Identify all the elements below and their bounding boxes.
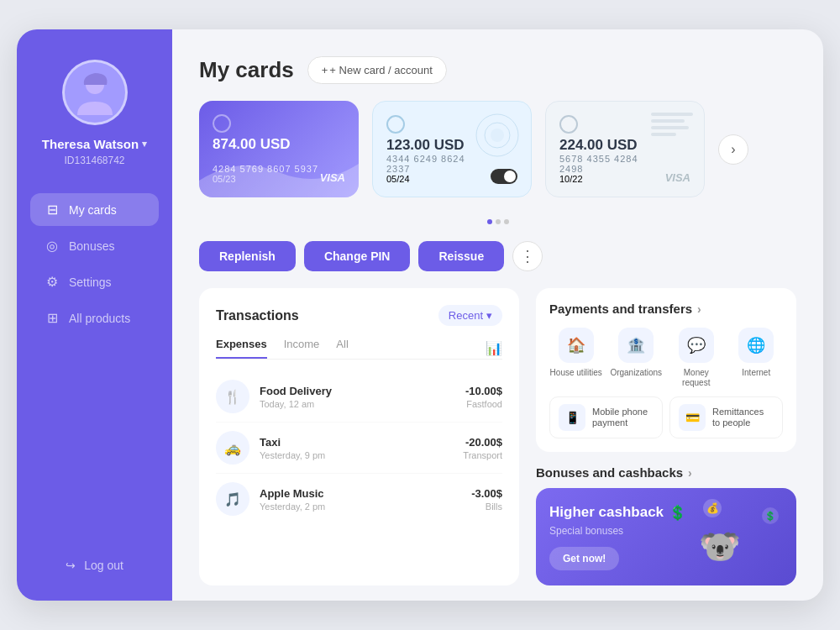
tx-amount-food: -10.00$ (465, 385, 502, 397)
cards-icon: ⊟ (44, 202, 60, 218)
transaction-item: 🚕 Taxi Yesterday, 9 pm -20.00$ Transport (216, 423, 502, 474)
card-logo-2 (386, 115, 405, 134)
dot-2 (496, 219, 501, 224)
logout-button[interactable]: ↪ Log out (39, 550, 150, 580)
coin-2: 💲 (762, 507, 779, 524)
bonuses-icon: ◎ (44, 238, 60, 254)
tab-income[interactable]: Income (284, 338, 320, 359)
reissue-button[interactable]: Reissue (418, 241, 504, 271)
tx-icon-food: 🍴 (216, 380, 249, 413)
get-now-button[interactable]: Get now! (549, 547, 619, 570)
cashback-title: Higher cashback 💲 (549, 504, 686, 522)
nav-menu: ⊟ My cards ◎ Bonuses ⚙ Settings ⊞ All pr… (17, 193, 172, 550)
payment-row: 📱 Mobile phone payment 💳 Remittances to … (549, 396, 783, 438)
card-logo-3 (559, 115, 578, 134)
payment-house-utilities[interactable]: 🏠 House utilities (549, 328, 603, 388)
payment-money-request[interactable]: 💬 Money request (669, 328, 723, 388)
tx-category-music: Bills (471, 501, 502, 512)
avatar (62, 60, 128, 125)
money-request-icon: 💬 (679, 328, 714, 363)
payments-section: Payments and transfers › 🏠 House utiliti… (536, 288, 796, 452)
logout-icon: ↪ (66, 559, 76, 572)
tx-date-food: Today, 12 am (260, 399, 455, 409)
tx-name-food: Food Delivery (260, 385, 455, 397)
payment-grid: 🏠 House utilities 🏦 Organizations 💬 Mone… (549, 328, 783, 388)
tx-category-food: Fastfood (465, 399, 502, 409)
tab-all[interactable]: All (336, 338, 348, 359)
change-pin-button[interactable]: Change PIN (304, 241, 411, 271)
sidebar-item-bonuses[interactable]: ◎ Bonuses (30, 229, 159, 262)
payment-label: Internet (742, 368, 770, 378)
tx-amount-music: -3.00$ (471, 487, 502, 500)
tx-category-taxi: Transport (463, 450, 502, 460)
payment-remittances[interactable]: 💳 Remittances to people (669, 396, 783, 438)
replenish-button[interactable]: Replenish (199, 241, 296, 271)
card-1[interactable]: 874.00 USD 4284 5769 8607 5937 05/23 VIS… (199, 101, 359, 197)
tx-date-taxi: Yesterday, 9 pm (260, 450, 453, 460)
internet-icon: 🌐 (738, 328, 774, 363)
card-2[interactable]: 123.00 USD 4344 6249 8624 2337 05/24 (372, 101, 532, 197)
two-col-section: Transactions Recent ▾ Expenses Income Al… (199, 288, 796, 585)
dropdown-chevron-icon: ▾ (486, 309, 492, 322)
payment-internet[interactable]: 🌐 Internet (730, 328, 784, 388)
sidebar-item-settings[interactable]: ⚙ Settings (30, 265, 159, 298)
tx-icon-taxi: 🚕 (216, 431, 249, 465)
new-card-button[interactable]: + + New card / account (307, 56, 447, 84)
app-wrapper: Theresa Watson ▾ ID131468742 ⊟ My cards … (17, 29, 823, 601)
cashback-illustration: 💰 💲 🐨 (699, 503, 783, 570)
card-brand-3: VISA (665, 171, 690, 184)
page-title: My cards (199, 57, 294, 83)
svg-rect-5 (651, 113, 693, 116)
tx-amount-taxi: -20.00$ (463, 436, 502, 449)
tx-name-music: Apple Music (260, 487, 461, 500)
sidebar-item-my-cards[interactable]: ⊟ My cards (30, 193, 159, 226)
payment-label: Organizations (610, 368, 662, 378)
recent-dropdown[interactable]: Recent ▾ (438, 305, 502, 326)
payments-title: Payments and transfers › (549, 302, 783, 316)
sidebar: Theresa Watson ▾ ID131468742 ⊟ My cards … (17, 29, 172, 601)
tab-expenses[interactable]: Expenses (216, 338, 267, 359)
card-toggle[interactable] (491, 169, 517, 184)
tx-name-taxi: Taxi (260, 436, 453, 449)
bonuses-arrow-icon: › (688, 466, 692, 480)
grid-icon: ⊞ (44, 310, 60, 326)
payment-label: House utilities (550, 368, 602, 378)
next-card-button[interactable]: › (718, 134, 748, 165)
user-name[interactable]: Theresa Watson ▾ (42, 137, 147, 151)
bonuses-section: Bonuses and cashbacks › Higher cashback … (536, 465, 796, 585)
koala-emoji: 🐨 (699, 527, 741, 566)
arrow-icon: › (697, 302, 701, 316)
cards-row: 874.00 USD 4284 5769 8607 5937 05/23 VIS… (199, 101, 796, 197)
transactions-panel: Transactions Recent ▾ Expenses Income Al… (199, 288, 519, 585)
svg-point-4 (491, 129, 504, 142)
card-number-3: 5678 4355 4284 2498 (559, 154, 665, 174)
main-content: My cards + + New card / account 874.00 U… (172, 29, 823, 601)
house-icon: 🏠 (559, 328, 594, 363)
card-3[interactable]: 224.00 USD 5678 4355 4284 2498 10/22 (545, 101, 705, 197)
right-panel: Payments and transfers › 🏠 House utiliti… (536, 288, 796, 585)
card-expiry-2: 05/24 (386, 174, 491, 184)
dollar-icon: 💲 (669, 504, 686, 522)
bonuses-title: Bonuses and cashbacks › (536, 465, 796, 480)
svg-rect-8 (651, 133, 676, 136)
dot-3 (504, 219, 509, 224)
settings-icon: ⚙ (44, 274, 60, 290)
mobile-icon: 📱 (559, 404, 585, 431)
org-icon: 🏦 (618, 328, 654, 363)
payment-mobile[interactable]: 📱 Mobile phone payment (549, 396, 663, 438)
card-expiry-3: 10/22 (559, 174, 665, 184)
tx-date-music: Yesterday, 2 pm (260, 501, 461, 512)
transactions-title: Transactions (216, 308, 299, 323)
sidebar-item-all-products[interactable]: ⊞ All products (30, 302, 159, 334)
remittance-icon: 💳 (679, 404, 706, 431)
action-buttons: Replenish Change PIN Reissue ⋮ (199, 241, 796, 271)
cashback-subtitle: Special bonuses (549, 525, 686, 537)
card-dots (199, 219, 796, 224)
transaction-tabs: Expenses Income All 📊 (216, 338, 502, 360)
page-header: My cards + + New card / account (199, 56, 796, 84)
svg-rect-7 (651, 126, 689, 129)
coin-1: 💰 (703, 499, 722, 517)
transaction-item: 🎵 Apple Music Yesterday, 2 pm -3.00$ Bil… (216, 474, 502, 524)
payment-organizations[interactable]: 🏦 Organizations (610, 328, 664, 388)
more-options-button[interactable]: ⋮ (512, 241, 543, 271)
